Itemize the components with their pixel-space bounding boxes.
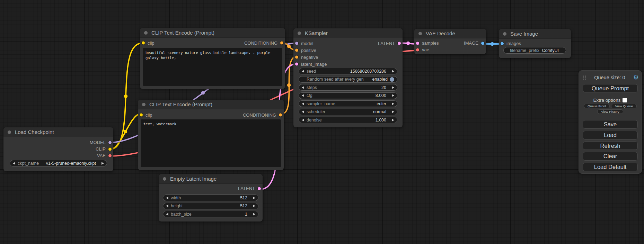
widget-label: batch_size: [171, 212, 245, 217]
increment-arrow-icon[interactable]: [392, 86, 394, 89]
queue-panel: Queue size: 0 ⚙ Queue Prompt Extra optio…: [579, 70, 642, 174]
cfg-number-widget[interactable]: cfg 8.000: [299, 92, 397, 99]
output-label-model: MODEL: [90, 140, 106, 145]
input-port-negative[interactable]: [295, 56, 298, 59]
gear-icon[interactable]: ⚙: [633, 74, 639, 81]
input-port-vae[interactable]: [416, 48, 419, 51]
drag-handle[interactable]: [582, 75, 586, 80]
save-button[interactable]: Save: [583, 120, 638, 129]
increment-arrow-icon[interactable]: [392, 70, 394, 73]
increment-arrow-icon[interactable]: [392, 119, 394, 121]
widget-label: filename_prefix: [510, 48, 542, 53]
batch-size-number-widget[interactable]: batch_size 1: [163, 211, 258, 217]
steps-number-widget[interactable]: steps 20: [299, 84, 397, 91]
widget-value: normal: [373, 109, 386, 114]
clear-button[interactable]: Clear: [583, 152, 638, 161]
node-empty-latent-image[interactable]: Empty Latent Image LATENT width 512 heig…: [159, 174, 263, 222]
node-title: VAE Decode: [426, 30, 455, 36]
extra-options-label: Extra options: [593, 98, 621, 103]
random-seed-toggle-widget[interactable]: Random seed after every gen enabled: [299, 76, 397, 83]
node-clip-text-encode-negative[interactable]: CLIP Text Encode (Prompt) clip CONDITION…: [138, 100, 284, 170]
node-clip-text-encode-positive[interactable]: CLIP Text Encode (Prompt) clip CONDITION…: [140, 28, 285, 89]
input-port-clip[interactable]: [140, 114, 143, 117]
increment-arrow-icon[interactable]: [392, 102, 394, 105]
increment-arrow-icon[interactable]: [102, 162, 104, 165]
decrement-arrow-icon[interactable]: [166, 213, 168, 216]
sampler-name-combo[interactable]: sampler_name euler: [299, 100, 397, 107]
node-ksampler[interactable]: KSampler model LATENT positive negative …: [293, 28, 403, 127]
view-history-button[interactable]: View History: [597, 109, 623, 114]
input-label-clip: clip: [148, 40, 155, 46]
input-label-model: model: [301, 41, 313, 46]
input-port-samples[interactable]: [416, 42, 419, 45]
node-title: KSampler: [305, 30, 328, 36]
output-port-conditioning[interactable]: [280, 42, 283, 45]
decrement-arrow-icon[interactable]: [302, 86, 304, 89]
output-port-latent[interactable]: [398, 42, 401, 45]
node-status-dot: [142, 103, 145, 106]
node-clip-negative-header[interactable]: CLIP Text Encode (Prompt): [138, 100, 284, 109]
output-port-conditioning[interactable]: [279, 114, 282, 117]
increment-arrow-icon[interactable]: [253, 197, 255, 199]
node-clip-positive-header[interactable]: CLIP Text Encode (Prompt): [140, 28, 285, 38]
queue-prompt-button[interactable]: Queue Prompt: [583, 84, 638, 93]
increment-arrow-icon[interactable]: [253, 205, 255, 207]
decrement-arrow-icon[interactable]: [302, 94, 304, 97]
queue-size-label: Queue size: 0: [586, 75, 633, 80]
input-port-positive[interactable]: [295, 49, 298, 52]
ckpt-name-combo[interactable]: ckpt_name v1-5-pruned-emaonly.ckpt: [10, 160, 107, 166]
increment-arrow-icon[interactable]: [392, 94, 394, 97]
load-button[interactable]: Load: [583, 131, 638, 139]
node-load-checkpoint[interactable]: Load Checkpoint MODEL CLIP VAE ckpt_name…: [3, 127, 113, 171]
link-dot: [124, 94, 127, 98]
extra-options-checkbox[interactable]: [623, 98, 627, 102]
decrement-arrow-icon[interactable]: [166, 197, 168, 199]
node-vae-decode[interactable]: VAE Decode samples IMAGE vae: [414, 29, 486, 54]
node-load-checkpoint-header[interactable]: Load Checkpoint: [3, 127, 113, 137]
widget-label: cfg: [307, 93, 376, 98]
node-graph-canvas[interactable]: Load Checkpoint MODEL CLIP VAE ckpt_name…: [0, 0, 644, 244]
output-port-clip[interactable]: [108, 147, 112, 151]
decrement-arrow-icon[interactable]: [302, 119, 304, 121]
negative-prompt-textarea[interactable]: text, watermark: [141, 119, 281, 167]
widget-value: 156680208700286: [350, 69, 386, 74]
output-port-latent[interactable]: [258, 187, 261, 190]
node-ksampler-header[interactable]: KSampler: [293, 28, 403, 38]
input-port-model[interactable]: [295, 42, 298, 45]
denoise-number-widget[interactable]: denoise 1.000: [299, 117, 397, 123]
output-port-model[interactable]: [108, 141, 112, 144]
output-port-image[interactable]: [481, 42, 484, 45]
output-label-latent: LATENT: [378, 41, 395, 46]
decrement-arrow-icon[interactable]: [302, 102, 304, 105]
view-queue-button[interactable]: View Queue: [611, 104, 637, 108]
widget-label: sampler_name: [307, 101, 377, 106]
decrement-arrow-icon[interactable]: [302, 110, 304, 113]
decrement-arrow-icon[interactable]: [13, 162, 15, 165]
node-save-image[interactable]: Save Image images filename_prefix ComfyU…: [499, 29, 571, 58]
node-vae-decode-header[interactable]: VAE Decode: [414, 29, 486, 38]
decrement-arrow-icon[interactable]: [166, 205, 168, 207]
toggle-dot[interactable]: [390, 77, 394, 82]
widget-value: enabled: [372, 77, 388, 82]
seed-number-widget[interactable]: seed 156680208700286: [299, 68, 397, 74]
node-status-dot: [163, 177, 166, 181]
input-port-latent-image[interactable]: [295, 63, 298, 66]
queue-front-button[interactable]: Queue Front: [584, 104, 610, 108]
filename-prefix-widget[interactable]: filename_prefix ComfyUI: [503, 47, 566, 54]
decrement-arrow-icon[interactable]: [302, 70, 304, 73]
load-default-button[interactable]: Load Default: [583, 163, 638, 171]
widget-value: 512: [240, 196, 247, 200]
node-empty-latent-header[interactable]: Empty Latent Image: [159, 174, 263, 184]
increment-arrow-icon[interactable]: [253, 213, 255, 216]
widget-value: ComfyUI: [542, 48, 559, 53]
scheduler-combo[interactable]: scheduler normal: [299, 109, 397, 115]
positive-prompt-textarea[interactable]: beautiful scenery nature glass bottle la…: [143, 48, 282, 86]
refresh-button[interactable]: Refresh: [583, 142, 638, 150]
width-number-widget[interactable]: width 512: [163, 195, 258, 201]
input-port-images[interactable]: [501, 42, 504, 45]
increment-arrow-icon[interactable]: [392, 110, 394, 113]
input-port-clip[interactable]: [142, 42, 145, 45]
height-number-widget[interactable]: height 512: [163, 203, 258, 209]
output-port-vae[interactable]: [108, 154, 112, 157]
node-save-image-header[interactable]: Save Image: [499, 29, 571, 39]
